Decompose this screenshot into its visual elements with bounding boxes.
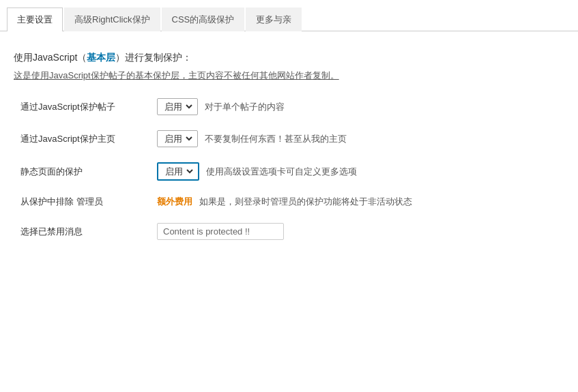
section-title-suffix: ）进行复制保护： [115, 52, 192, 63]
section-desc-text: 这是使用JavaScript保护帖子的基本保护层，主页内容不被任何其他网站作者复… [14, 70, 339, 80]
section-title: 使用JavaScript（基本层）进行复制保护： [14, 52, 564, 64]
content-area: 使用JavaScript（基本层）进行复制保护： 这是使用JavaScript保… [0, 45, 578, 262]
tab-rightclick[interactable]: 高级RightClick保护 [64, 7, 160, 31]
form-row-protect-post: 通过JavaScript保护帖子 启用 禁用 对于单个帖子的内容 [14, 98, 564, 115]
tab-css[interactable]: CSS的高级保护 [162, 7, 245, 31]
hint-protect-post: 对于单个帖子的内容 [205, 101, 285, 113]
select-protect-static[interactable]: 启用 禁用 [161, 165, 195, 178]
label-disabled-msg: 选择已禁用消息 [20, 226, 157, 238]
label-protect-home: 通过JavaScript保护主页 [20, 133, 157, 145]
input-disabled-msg[interactable] [157, 223, 284, 240]
hint-protect-home: 不要复制任何东西！甚至从我的主页 [205, 133, 347, 145]
page-wrapper: 主要设置 高级RightClick保护 CSS的高级保护 更多与亲 使用Java… [0, 0, 578, 392]
select-wrapper-protect-home[interactable]: 启用 禁用 [157, 130, 198, 147]
form-row-disabled-msg: 选择已禁用消息 [14, 223, 564, 240]
control-exclude-admin: 额外费用 如果是，则登录时管理员的保护功能将处于非活动状态 [157, 196, 412, 208]
label-protect-static: 静态页面的保护 [20, 166, 157, 178]
tab-more[interactable]: 更多与亲 [246, 7, 302, 31]
select-protect-home[interactable]: 启用 禁用 [160, 132, 194, 145]
form-row-exclude-admin: 从保护中排除 管理员 额外费用 如果是，则登录时管理员的保护功能将处于非活动状态 [14, 196, 564, 208]
select-wrapper-protect-post[interactable]: 启用 禁用 [157, 98, 198, 115]
select-wrapper-protect-static[interactable]: 启用 禁用 [157, 162, 199, 181]
select-protect-post[interactable]: 启用 禁用 [160, 100, 194, 113]
control-disabled-msg [157, 223, 284, 240]
control-protect-home: 启用 禁用 不要复制任何东西！甚至从我的主页 [157, 130, 347, 147]
hint-exclude-admin: 如果是，则登录时管理员的保护功能将处于非活动状态 [199, 196, 412, 208]
label-exclude-admin: 从保护中排除 管理员 [20, 196, 157, 208]
section-title-prefix: 使用JavaScript（ [14, 52, 87, 63]
hint-protect-static: 使用高级设置选项卡可自定义更多选项 [206, 166, 357, 178]
form-row-protect-static: 静态页面的保护 启用 禁用 使用高级设置选项卡可自定义更多选项 [14, 162, 564, 181]
section-desc: 这是使用JavaScript保护帖子的基本保护层，主页内容不被任何其他网站作者复… [14, 70, 564, 82]
control-protect-post: 启用 禁用 对于单个帖子的内容 [157, 98, 285, 115]
hint-exclude-admin-prefix: 额外费用 [157, 196, 192, 208]
control-protect-static: 启用 禁用 使用高级设置选项卡可自定义更多选项 [157, 162, 357, 181]
tabs-bar: 主要设置 高级RightClick保护 CSS的高级保护 更多与亲 [0, 7, 578, 31]
tab-main[interactable]: 主要设置 [7, 7, 63, 31]
section-title-highlight: 基本层 [87, 52, 115, 63]
form-row-protect-home: 通过JavaScript保护主页 启用 禁用 不要复制任何东西！甚至从我的主页 [14, 130, 564, 147]
label-protect-post: 通过JavaScript保护帖子 [20, 101, 157, 113]
